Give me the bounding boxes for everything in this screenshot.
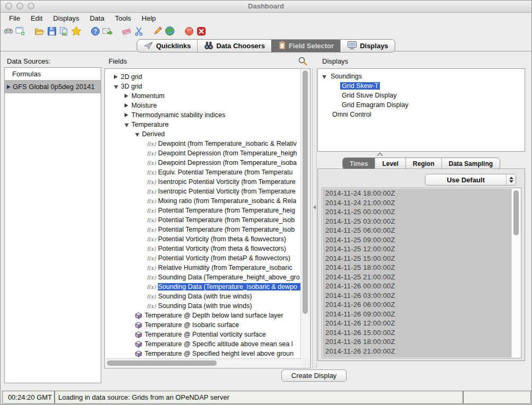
display-tree-item[interactable]: Omni Control	[318, 110, 525, 119]
display-tree-item[interactable]: Soundings	[318, 72, 525, 81]
tab-quicklinks[interactable]: Quicklinks	[137, 40, 197, 52]
menu-data[interactable]: Data	[84, 14, 109, 22]
menu-file[interactable]: File	[4, 14, 25, 22]
field-tree-item[interactable]: f(x)Dewpoint Depression (from Temperatur…	[105, 158, 301, 168]
tab-displays[interactable]: Displays	[340, 40, 394, 52]
field-tree-item[interactable]: Temperature @ Potential vorticity surfac…	[105, 330, 301, 339]
tab-field-selector[interactable]: Field Selector	[271, 40, 340, 52]
field-tree-item[interactable]: f(x)Mixing ratio (from Temperature_isoba…	[105, 196, 301, 206]
subset-tab-data-sampling[interactable]: Data Sampling	[441, 158, 500, 169]
field-tree-item[interactable]: f(x)Isentropic Potential Vorticity (from…	[105, 187, 301, 196]
menu-edit[interactable]: Edit	[25, 14, 48, 22]
time-item[interactable]: 2014-11-25 03:00:00Z	[323, 217, 512, 226]
field-tree-item[interactable]: Temperature	[105, 120, 301, 129]
eraser-icon[interactable]	[120, 25, 132, 37]
time-item[interactable]: 2014-11-26 09:00:00Z	[323, 310, 512, 319]
collapsed-triangle-icon[interactable]	[125, 103, 128, 108]
expanded-triangle-icon[interactable]	[135, 133, 139, 137]
help-icon[interactable]: ?	[89, 25, 101, 37]
subset-tab-times[interactable]: Times	[343, 158, 375, 169]
data-source-item[interactable]: Formulas	[5, 68, 101, 81]
field-tree-item[interactable]: f(x)Potential Temperature (from Temperat…	[105, 215, 301, 225]
field-tree-item[interactable]: f(x)Isentropic Potential Vorticity (from…	[105, 177, 301, 187]
copy-icon[interactable]	[58, 25, 70, 37]
save-icon[interactable]	[46, 25, 58, 37]
field-tree-item[interactable]: f(x)Relative Humidity (from Temperature_…	[105, 263, 301, 272]
use-default-dropdown[interactable]: Use Default	[425, 174, 516, 186]
create-display-button[interactable]: Create Display	[281, 369, 347, 382]
time-item[interactable]: 2014-11-25 21:00:00Z	[323, 272, 512, 282]
collapse-left-icon[interactable]	[313, 205, 316, 209]
globe-icon[interactable]	[164, 25, 176, 37]
times-scrollbar[interactable]	[511, 189, 520, 357]
time-item[interactable]: 2014-11-26 03:00:00Z	[323, 291, 512, 301]
field-tree-item[interactable]: f(x)Sounding Data (Temperature_isobaric …	[105, 282, 301, 292]
fields-vertical-scrollbar[interactable]	[300, 69, 309, 359]
display-tree-item[interactable]: Grid Skew-T	[318, 81, 525, 91]
split-divider[interactable]	[312, 68, 317, 368]
field-tree-item[interactable]: f(x)Sounding Data (Temperature_height_ab…	[105, 272, 301, 282]
field-tree-item[interactable]: Moisture	[105, 101, 301, 110]
time-item[interactable]: 2014-11-24 18:00:00Z	[323, 189, 512, 198]
field-tree-item[interactable]: f(x)Potential Vorticity (from theta & fl…	[105, 234, 301, 244]
time-item[interactable]: 2014-11-26 12:00:00Z	[323, 319, 512, 328]
time-item[interactable]: 2014-11-25 15:00:00Z	[323, 254, 512, 263]
field-tree-item[interactable]: f(x)Potential Vorticity (from thetaP & f…	[105, 253, 301, 263]
field-tree-item[interactable]: f(x)Potential Vorticity (from theta & fl…	[105, 244, 301, 253]
field-tree-item[interactable]: Derived	[105, 129, 301, 139]
time-item[interactable]: 2014-11-24 21:00:00Z	[323, 198, 512, 208]
data-source-item[interactable]: GFS Global 0p5deg 20141	[5, 81, 101, 93]
time-item[interactable]: 2014-11-25 18:00:00Z	[323, 263, 512, 272]
scrollbar-thumb[interactable]	[513, 190, 519, 235]
exit-icon[interactable]	[195, 25, 207, 37]
display-tree-item[interactable]: Grid Emagram Display	[318, 100, 525, 110]
field-tree-item[interactable]: 3D grid	[105, 82, 301, 91]
field-tree-item[interactable]: f(x)Potential Temperature (from Temperat…	[105, 225, 301, 234]
field-tree-item[interactable]: f(x)Potential Temperature (from Temperat…	[105, 206, 301, 215]
field-tree-item[interactable]: 2D grid	[105, 72, 301, 82]
field-tree-item[interactable]: f(x)Sounding Data (with true winds)	[105, 292, 301, 301]
expanded-triangle-icon[interactable]	[322, 75, 326, 79]
menu-help[interactable]: Help	[136, 14, 161, 22]
new-window-icon[interactable]	[14, 25, 26, 37]
time-item[interactable]: 2014-11-26 00:00:00Z	[323, 281, 512, 291]
menu-displays[interactable]: Displays	[48, 14, 84, 22]
display-tree-item[interactable]: Grid Stuve Display	[318, 91, 525, 100]
open-folder-icon[interactable]	[33, 25, 46, 37]
scrollbar-thumb[interactable]	[107, 360, 217, 366]
time-item[interactable]: 2014-11-26 06:00:00Z	[323, 300, 512, 310]
title-bar[interactable]: Dashboard	[1, 1, 531, 13]
time-item[interactable]: 2014-11-25 06:00:00Z	[323, 226, 512, 235]
edit-pencil-icon[interactable]	[152, 25, 164, 37]
data-picker-icon[interactable]	[2, 25, 14, 37]
time-item[interactable]: 2014-11-26 18:00:00Z	[323, 337, 512, 347]
collapsed-triangle-icon[interactable]	[125, 94, 128, 98]
stop-loads-icon[interactable]	[183, 25, 195, 37]
support-mail-icon[interactable]	[101, 25, 113, 37]
field-tree-item[interactable]: f(x)Equiv. Potential Temperature (from T…	[105, 168, 301, 177]
time-item[interactable]: 2014-11-27 00:00:00Z	[323, 356, 512, 357]
time-item[interactable]: 2014-11-25 09:00:00Z	[323, 235, 512, 245]
field-tree-item[interactable]: Temperature @ Isobaric surface	[105, 320, 301, 330]
field-tree-item[interactable]: f(x)Sounding Data (with true winds)	[105, 301, 301, 311]
search-icon[interactable]	[298, 56, 308, 66]
subset-tab-region[interactable]: Region	[405, 158, 441, 169]
collapsed-triangle-icon[interactable]	[114, 75, 118, 79]
field-tree-item[interactable]: Temperature @ Specific altitude above me…	[105, 339, 301, 349]
time-item[interactable]: 2014-11-25 00:00:00Z	[323, 207, 512, 217]
cut-scissors-icon[interactable]	[132, 25, 145, 37]
field-tree-item[interactable]: f(x)Dewpoint Depression (from Temperatur…	[105, 148, 301, 158]
field-tree-item[interactable]: Temperature @ Depth below land surface l…	[105, 311, 301, 320]
time-item[interactable]: 2014-11-26 15:00:00Z	[323, 328, 512, 338]
collapsed-triangle-icon[interactable]	[125, 113, 128, 117]
field-tree-item[interactable]: Temperature @ Specified height level abo…	[105, 349, 301, 358]
expanded-triangle-icon[interactable]	[125, 124, 129, 127]
field-tree-item[interactable]: f(x)Dewpoint (from Temperature_isobaric …	[105, 139, 301, 148]
subset-tab-level[interactable]: Level	[375, 158, 405, 169]
expanded-triangle-icon[interactable]	[114, 85, 118, 89]
menu-tools[interactable]: Tools	[110, 14, 136, 22]
scrollbar-thumb[interactable]	[303, 71, 308, 314]
time-item[interactable]: 2014-11-25 12:00:00Z	[323, 244, 512, 254]
field-tree-item[interactable]: Thermodynamic stability indices	[105, 110, 301, 120]
time-item[interactable]: 2014-11-26 21:00:00Z	[323, 347, 512, 356]
